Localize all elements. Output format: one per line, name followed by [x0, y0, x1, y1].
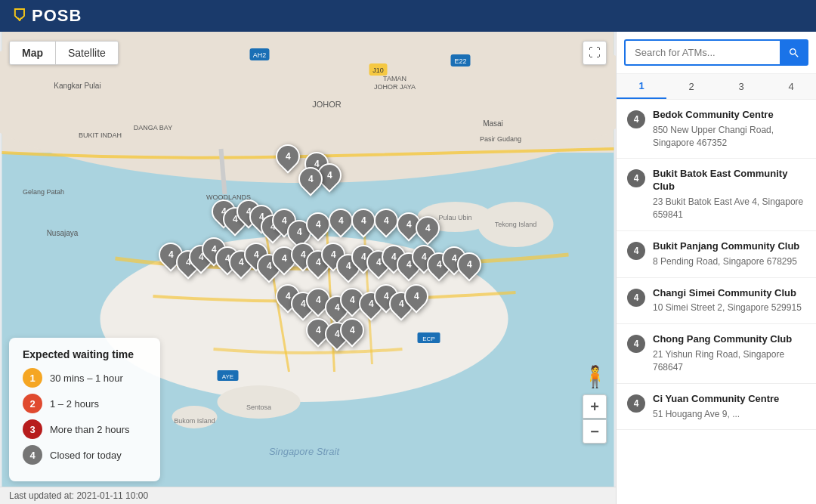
atm-list-item[interactable]: 4 Bukit Batok East Community Club 23 Buk… — [617, 159, 816, 230]
svg-text:TAMAN: TAMAN — [383, 75, 406, 82]
svg-text:E22: E22 — [454, 57, 466, 65]
map-marker[interactable]: 4 — [415, 216, 440, 246]
atm-address-2: 8 Pending Road, Singapore 678295 — [653, 255, 805, 268]
map-type-toggle[interactable]: Map Satellite — [9, 41, 119, 65]
svg-point-4 — [218, 385, 301, 419]
svg-text:Tekong Island: Tekong Island — [495, 221, 537, 228]
page-1-button[interactable]: 1 — [617, 74, 666, 99]
legend-label-2: 1 – 2 hours — [50, 398, 99, 410]
svg-text:AYE: AYE — [222, 373, 233, 380]
legend-label-4: Closed for today — [50, 450, 122, 461]
logo: ⛉ POSB — [12, 6, 82, 26]
map-legend: Expected waiting time 1 30 mins – 1 hour… — [9, 338, 160, 481]
status-bar: Last updated at: 2021-01-11 10:00 — [0, 487, 616, 504]
atm-address-1: 23 Bukit Batok East Ave 4, Singapore 659… — [653, 196, 805, 221]
atm-list: 4 Bedok Community Centre 850 New Upper C… — [617, 100, 816, 504]
page-2-button[interactable]: 2 — [666, 74, 716, 99]
svg-text:Pulau Ubin: Pulau Ubin — [438, 214, 471, 221]
atm-list-item[interactable]: 4 Bedok Community Centre 850 New Upper C… — [617, 100, 816, 159]
map-zoom-controls: + − — [583, 394, 607, 444]
svg-text:ECP: ECP — [422, 335, 434, 342]
zoom-out-button[interactable]: − — [583, 419, 607, 444]
atm-badge-3: 4 — [627, 289, 645, 307]
svg-text:Kangkar Pulai: Kangkar Pulai — [54, 82, 100, 90]
page-4-button[interactable]: 4 — [766, 74, 816, 99]
svg-text:JOHOR JAYA: JOHOR JAYA — [374, 83, 416, 91]
atm-info-4: Chong Pang Community Club 21 Yishun Ring… — [653, 333, 805, 373]
pagination: 1 2 3 4 — [617, 74, 816, 100]
legend-item-4: 4 Closed for today — [23, 445, 147, 465]
svg-text:J10: J10 — [372, 66, 384, 74]
atm-badge-1: 4 — [627, 169, 645, 187]
search-input[interactable] — [624, 39, 780, 66]
legend-item-2: 2 1 – 2 hours — [23, 394, 147, 413]
legend-items: 1 30 mins – 1 hour 2 1 – 2 hours 3 More … — [23, 368, 147, 465]
atm-name-4: Chong Pang Community Club — [653, 333, 805, 346]
atm-address-5: 51 Hougang Ave 9, ... — [653, 408, 805, 421]
map-marker[interactable]: 4 — [305, 212, 331, 243]
map-marker[interactable]: 4 — [351, 209, 376, 239]
svg-text:DANGA BAY: DANGA BAY — [134, 124, 172, 131]
atm-badge-0: 4 — [627, 110, 645, 128]
search-bar — [617, 32, 816, 74]
map-marker[interactable]: 4 — [298, 167, 323, 197]
atm-name-1: Bukit Batok East Community Club — [653, 168, 805, 193]
svg-text:Nusajaya: Nusajaya — [47, 229, 79, 237]
atm-address-3: 10 Simei Street 2, Singapore 529915 — [653, 301, 805, 314]
atm-info-1: Bukit Batok East Community Club 23 Bukit… — [653, 168, 805, 221]
svg-text:Sentosa: Sentosa — [246, 404, 271, 411]
map-marker[interactable]: 4 — [328, 209, 354, 239]
atm-name-0: Bedok Community Centre — [653, 109, 805, 122]
zoom-in-button[interactable]: + — [583, 394, 607, 419]
legend-label-1: 30 mins – 1 hour — [50, 373, 123, 384]
map-area: Singapore Strait Sentosa Bukom Island Pu… — [0, 32, 616, 504]
svg-text:Masai: Masai — [483, 119, 503, 128]
atm-address-0: 850 New Upper Changi Road, Singapore 467… — [653, 124, 805, 150]
legend-badge-4: 4 — [23, 445, 42, 465]
svg-text:Gelang Patah: Gelang Patah — [23, 188, 64, 196]
atm-info-3: Changi Simei Community Club 10 Simei Str… — [653, 287, 805, 315]
atm-list-item[interactable]: 4 Changi Simei Community Club 10 Simei S… — [617, 278, 816, 325]
brand-name: POSB — [32, 6, 82, 26]
posb-icon: ⛉ — [12, 8, 27, 25]
main-content: Singapore Strait Sentosa Bukom Island Pu… — [0, 32, 816, 504]
atm-list-item[interactable]: 4 Bukit Panjang Community Club 8 Pending… — [617, 231, 816, 278]
search-icon — [788, 47, 800, 59]
atm-name-3: Changi Simei Community Club — [653, 287, 805, 300]
map-type-satellite-button[interactable]: Satellite — [56, 42, 118, 64]
legend-badge-3: 3 — [23, 419, 42, 439]
svg-text:Singapore Strait: Singapore Strait — [269, 446, 341, 457]
atm-name-5: Ci Yuan Community Centre — [653, 393, 805, 406]
map-marker[interactable]: 4 — [373, 209, 399, 239]
svg-text:BUKIT INDAH: BUKIT INDAH — [79, 131, 122, 139]
map-marker[interactable]: 4 — [275, 144, 301, 175]
atm-address-4: 21 Yishun Ring Road, Singapore 768647 — [653, 348, 805, 374]
atm-badge-2: 4 — [627, 242, 645, 260]
header: ⛉ POSB — [0, 0, 816, 32]
legend-label-3: More than 2 hours — [50, 424, 130, 435]
legend-item-1: 1 30 mins – 1 hour — [23, 368, 147, 388]
legend-item-3: 3 More than 2 hours — [23, 419, 147, 439]
atm-list-item[interactable]: 4 Ci Yuan Community Centre 51 Hougang Av… — [617, 384, 816, 431]
svg-text:Bukom Island: Bukom Island — [174, 417, 215, 425]
map-expand-button[interactable]: ⛶ — [583, 41, 607, 65]
atm-info-5: Ci Yuan Community Centre 51 Hougang Ave … — [653, 393, 805, 421]
atm-info-2: Bukit Panjang Community Club 8 Pending R… — [653, 240, 805, 268]
legend-title: Expected waiting time — [23, 348, 147, 360]
map-marker[interactable]: 4 — [456, 252, 482, 283]
right-panel: 1 2 3 4 4 Bedok Community Centre 850 New… — [616, 32, 816, 504]
page-3-button[interactable]: 3 — [716, 74, 766, 99]
map-marker[interactable]: 4 — [339, 318, 365, 348]
atm-list-item[interactable]: 4 Chong Pang Community Club 21 Yishun Ri… — [617, 324, 816, 383]
map-marker[interactable]: 4 — [403, 284, 429, 314]
svg-text:Pasir Gudang: Pasir Gudang — [480, 135, 521, 143]
map-type-map-button[interactable]: Map — [10, 42, 56, 64]
atm-info-0: Bedok Community Centre 850 New Upper Cha… — [653, 109, 805, 149]
street-view-pegman[interactable]: 🧍 — [583, 358, 607, 394]
atm-badge-4: 4 — [627, 335, 645, 353]
svg-text:JOHOR: JOHOR — [312, 100, 342, 109]
svg-text:AH2: AH2 — [253, 51, 267, 59]
search-button[interactable] — [780, 39, 808, 66]
atm-badge-5: 4 — [627, 394, 645, 413]
atm-name-2: Bukit Panjang Community Club — [653, 240, 805, 253]
